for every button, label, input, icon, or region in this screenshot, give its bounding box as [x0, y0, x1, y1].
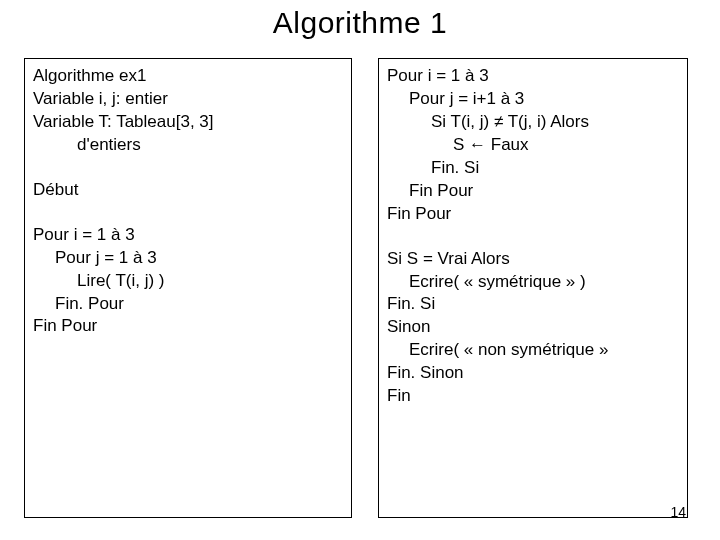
- page-number: 14: [670, 504, 686, 520]
- right-code-box: Pour i = 1 à 3 Pour j = i+1 à 3 Si T(i, …: [378, 58, 688, 518]
- left-code-box: Algorithme ex1 Variable i, j: entier Var…: [24, 58, 352, 518]
- not-equal-icon: ≠: [494, 112, 503, 131]
- code-line: Fin. Sinon: [387, 362, 679, 385]
- blank-line: [387, 226, 679, 248]
- text-fragment: S: [453, 135, 469, 154]
- code-line: Fin: [387, 385, 679, 408]
- code-line: Si S = Vrai Alors: [387, 248, 679, 271]
- code-line: Pour i = 1 à 3: [387, 65, 679, 88]
- blank-line: [33, 157, 343, 179]
- code-line: Pour i = 1 à 3: [33, 224, 343, 247]
- text-fragment: Si T(i, j): [431, 112, 494, 131]
- code-line: d'entiers: [33, 134, 343, 157]
- code-line: Pour j = 1 à 3: [33, 247, 343, 270]
- code-line: Début: [33, 179, 343, 202]
- code-line: Fin Pour: [387, 180, 679, 203]
- text-fragment: T(j, i) Alors: [503, 112, 589, 131]
- blank-line: [33, 202, 343, 224]
- code-line: Variable i, j: entier: [33, 88, 343, 111]
- code-line: Lire( T(i, j) ): [33, 270, 343, 293]
- code-line: Algorithme ex1: [33, 65, 343, 88]
- code-line: Sinon: [387, 316, 679, 339]
- slide-title: Algorithme 1: [0, 0, 720, 40]
- code-line: Fin. Si: [387, 293, 679, 316]
- code-line: Si T(i, j) ≠ T(j, i) Alors: [387, 111, 679, 134]
- code-line: Pour j = i+1 à 3: [387, 88, 679, 111]
- code-line: Fin Pour: [33, 315, 343, 338]
- code-line: S ← Faux: [387, 134, 679, 157]
- code-line: Fin. Si: [387, 157, 679, 180]
- content-columns: Algorithme ex1 Variable i, j: entier Var…: [0, 40, 720, 518]
- code-line: Fin. Pour: [33, 293, 343, 316]
- code-line: Ecrire( « non symétrique »: [387, 339, 679, 362]
- text-fragment: Faux: [486, 135, 529, 154]
- code-line: Variable T: Tableau[3, 3]: [33, 111, 343, 134]
- code-line: Fin Pour: [387, 203, 679, 226]
- code-line: Ecrire( « symétrique » ): [387, 271, 679, 294]
- left-arrow-icon: ←: [469, 135, 486, 154]
